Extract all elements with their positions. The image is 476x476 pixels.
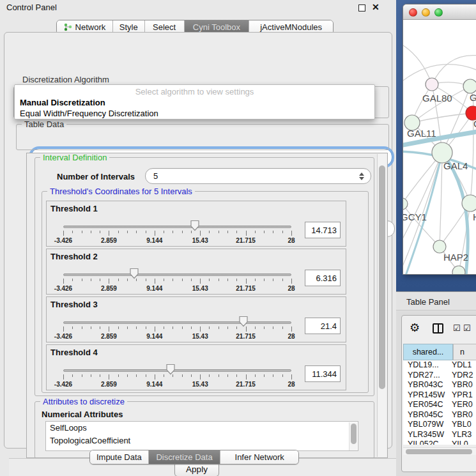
threshold-value-field[interactable] [305,270,341,286]
network-node[interactable] [433,240,446,253]
cell-shared-name[interactable]: YDR27... [403,371,449,381]
slider-tick [127,326,128,329]
column-header-name[interactable]: n [453,344,476,360]
float-window-icon[interactable] [358,4,365,12]
table-row[interactable]: YDR27...YDR2 [403,371,476,381]
horizontal-scrollbar[interactable] [403,447,476,455]
close-traffic-light[interactable] [409,8,417,17]
network-node[interactable] [462,195,476,211]
table-panel-title: Table Panel [406,297,450,307]
slider-tick [291,326,292,332]
cell-name[interactable]: YLR3 [449,430,472,440]
tab-infer-network[interactable]: Infer Network [220,450,298,464]
slider-tick-label: 2.859 [101,381,117,388]
tab-impute-data[interactable]: Impute Data [90,450,149,464]
interval-definition-group: Interval Definition Number of Intervals … [35,157,374,396]
edge[interactable] [403,204,440,247]
column-header-shared-name[interactable]: shared... [403,344,453,360]
edge[interactable] [403,45,432,84]
cell-shared-name[interactable]: YDL19... [403,360,449,371]
cell-name[interactable]: YBL0 [449,420,472,430]
threshold-slider[interactable]: -3.4262.8599.14415.4321.71528 [47,249,347,295]
slider-tick [209,374,210,377]
table-row[interactable]: YDL19...YDL1 [403,360,476,371]
checkbox-icon[interactable]: ☑ [453,323,461,333]
cell-shared-name[interactable]: YBL079W [403,420,449,430]
threshold-value-field[interactable] [305,318,341,334]
table-row[interactable]: YIL052CYIL0 [403,440,476,445]
network-node[interactable] [426,78,438,91]
table-row[interactable]: YPR145WYPR1 [403,390,476,401]
slider-thumb-icon[interactable] [190,220,200,231]
threshold-value-field[interactable] [305,222,341,238]
network-node[interactable] [403,198,408,210]
split-columns-icon[interactable] [433,323,443,334]
cell-name[interactable]: YDR2 [449,371,473,381]
slider-tick [82,374,82,377]
cell-shared-name[interactable]: YBR043C [403,380,449,390]
cell-shared-name[interactable]: YPR145W [403,390,449,401]
threshold-slider[interactable]: -3.4262.8599.14415.4321.71528 [47,201,347,247]
node-label: H [473,211,476,222]
cell-shared-name[interactable]: YLR345W [403,430,449,440]
table-rows[interactable]: YDL19...YDL1YDR27...YDR2YBR043CYBR0YPR14… [403,360,476,445]
attribute-list-item[interactable]: TopologicalCoefficient [46,434,358,447]
threshold-value-field[interactable] [305,365,341,382]
slider-tick [164,326,164,329]
cell-name[interactable]: YIL0 [449,440,468,445]
popup-option-manual[interactable]: Manual Discretization [20,98,105,107]
cell-name[interactable]: YPR1 [449,390,473,401]
threshold-slider[interactable]: -3.4262.8599.14415.4321.71528 [47,297,347,343]
cell-shared-name[interactable]: YIL052C [403,440,449,445]
checkbox-icon[interactable]: ☑ [463,323,471,333]
cell-name[interactable]: YBR0 [449,410,473,420]
cell-name[interactable]: YDL1 [449,360,472,371]
edge[interactable] [440,153,442,247]
slider-tick [100,374,100,377]
network-canvas[interactable]: GAL80GACGAL11GAL4GCY1HHAP2 [403,20,476,274]
slider-tick [72,231,73,233]
tab-discretize-data[interactable]: Discretize Data [149,450,221,464]
slider-track[interactable] [63,273,291,276]
table-row[interactable]: YBR043CYBR0 [403,380,476,390]
number-of-intervals-combobox[interactable]: 5 [145,168,371,184]
slider-tick [273,279,273,281]
cell-name[interactable]: YER0 [449,400,473,410]
edge[interactable] [412,113,473,123]
gear-icon[interactable]: ⚙ [410,321,420,335]
slider-thumb-icon[interactable] [129,268,139,279]
cell-shared-name[interactable]: YBR045C [403,410,449,420]
close-icon[interactable]: ✕ [372,2,380,12]
table-row[interactable]: YER054CYER0 [403,400,476,410]
popup-option-equal-width[interactable]: Equal Width/Frequency Discretization [20,109,158,118]
panel-scrollbar[interactable] [377,154,387,457]
numerical-attributes-list[interactable]: SelfLoopsTopologicalCoefficientBetweenne… [45,421,358,451]
slider-thumb-icon[interactable] [238,316,249,327]
attribute-list-item[interactable]: SelfLoops [46,422,358,434]
network-graph[interactable]: GAL80GACGAL11GAL4GCY1HHAP2 [403,20,476,274]
table-row[interactable]: YBL079WYBL0 [403,420,476,430]
thresholds-group-title: Threshold's Coordinates for 5 Intervals [47,187,195,196]
slider-track[interactable] [63,321,291,324]
slider-tick [155,374,155,380]
zoom-traffic-light[interactable] [434,8,443,17]
table-row[interactable]: YLR345WYLR3 [403,430,476,440]
minimize-traffic-light[interactable] [422,8,430,17]
table-row[interactable]: YBR045CYBR0 [403,410,476,420]
slider-tick-label: 2.859 [101,333,117,340]
network-window-titlebar[interactable] [403,4,476,20]
threshold-slider[interactable]: -3.4262.8599.14415.4321.71528 [47,345,347,391]
slider-thumb-icon[interactable] [165,364,176,375]
slider-tick [291,279,292,284]
cell-shared-name[interactable]: YER054C [403,400,449,410]
scrollbar-thumb[interactable] [406,449,472,454]
slider-tick [264,374,265,377]
cell-name[interactable]: YBR0 [449,380,473,390]
network-node[interactable] [463,79,476,93]
slider-tick [182,374,183,377]
slider-track[interactable] [63,369,291,372]
scrollbar-thumb[interactable] [379,165,385,389]
list-scrollbar[interactable] [349,422,357,451]
slider-track[interactable] [63,226,291,228]
edge[interactable] [403,153,442,243]
